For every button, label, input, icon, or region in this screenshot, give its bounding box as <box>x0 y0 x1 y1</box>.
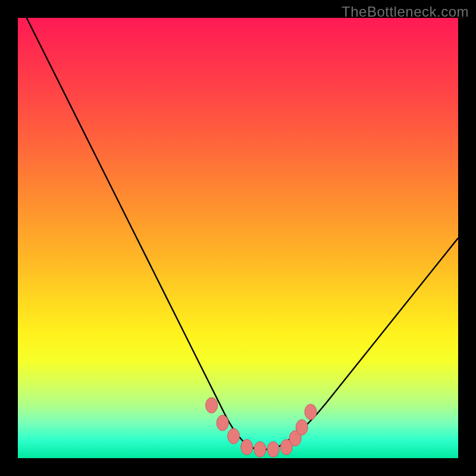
curve-markers <box>206 397 317 457</box>
curve-marker <box>296 419 308 435</box>
curve-marker <box>206 397 218 413</box>
bottleneck-curve <box>18 18 458 449</box>
curve-marker <box>241 440 253 455</box>
curve-marker <box>228 428 240 444</box>
chart-svg <box>18 18 458 458</box>
chart-frame: TheBottleneck.com <box>0 0 476 476</box>
curve-marker <box>305 404 317 419</box>
curve-marker <box>267 441 279 457</box>
curve-marker <box>254 441 266 457</box>
curve-marker <box>217 415 228 431</box>
chart-plot-area <box>18 18 458 458</box>
